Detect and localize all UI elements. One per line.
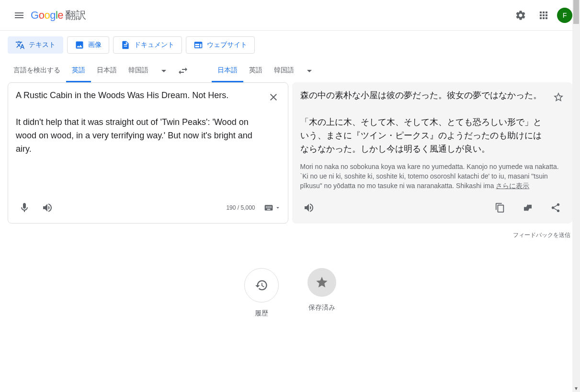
swap-icon: [177, 65, 189, 77]
image-icon: [75, 40, 84, 50]
target-lang-2[interactable]: 韓国語: [268, 59, 300, 82]
main-menu-button[interactable]: [8, 4, 31, 27]
keyboard-icon: [264, 203, 273, 213]
history-icon: [255, 279, 268, 292]
saved-label: 保存済み: [308, 303, 335, 312]
source-lang-1[interactable]: 日本語: [91, 59, 123, 82]
chevron-down-icon: [158, 65, 170, 77]
gear-icon: [515, 10, 526, 21]
tab-text-label: テキスト: [29, 41, 56, 49]
account-avatar[interactable]: F: [557, 8, 572, 23]
tab-website-label: ウェブサイト: [207, 41, 247, 49]
tab-website[interactable]: ウェブサイト: [186, 36, 255, 54]
page-scrollbar[interactable]: ▲ ▼: [572, 0, 580, 392]
target-lang-more[interactable]: [300, 61, 319, 80]
save-translation-button[interactable]: [549, 88, 568, 107]
google-logo: Google: [31, 9, 63, 22]
clear-source-button[interactable]: [264, 88, 283, 107]
chevron-down-icon: [304, 65, 315, 77]
source-lang-2[interactable]: 韓国語: [123, 59, 154, 82]
history-button[interactable]: 履歴: [244, 268, 279, 318]
logo[interactable]: Google 翻訳: [31, 8, 86, 22]
char-count: 190 / 5,000: [226, 204, 255, 211]
scroll-down-arrow[interactable]: ▼: [572, 384, 580, 392]
source-lang-0[interactable]: 英語: [66, 59, 91, 82]
share-icon: [550, 202, 561, 213]
translation-panes: A Rustic Cabin in the Woods Was His Drea…: [0, 82, 580, 231]
document-icon: [121, 40, 130, 50]
romanization: Mori no naka no sobokuna koya wa kare no…: [293, 162, 572, 195]
dropdown-icon: [274, 204, 281, 211]
app-name: 翻訳: [65, 8, 86, 22]
source-lang-more[interactable]: [154, 61, 173, 80]
apps-grid-icon: [538, 10, 549, 21]
speaker-icon: [42, 202, 53, 213]
tab-image-label: 画像: [88, 41, 102, 49]
listen-source-button[interactable]: [38, 198, 57, 217]
tab-document[interactable]: ドキュメント: [113, 36, 182, 54]
target-text-output: 森の中の素朴な小屋は彼の夢だった。彼女の夢ではなかった。 「木の上に木、そして木…: [293, 83, 572, 162]
scroll-thumb[interactable]: [573, 0, 579, 24]
history-label: 履歴: [255, 309, 268, 318]
star-outline-icon: [553, 91, 564, 103]
close-icon: [268, 91, 279, 103]
show-more-romanization[interactable]: さらに表示: [496, 182, 529, 190]
target-lang-group: 日本語 英語 韓国語: [212, 59, 319, 82]
target-pane: 森の中の素朴な小屋は彼の夢だった。彼女の夢ではなかった。 「木の上に木、そして木…: [292, 82, 573, 224]
mic-button[interactable]: [15, 198, 34, 217]
language-bar: 言語を検出する 英語 日本語 韓国語 日本語 英語 韓国語: [0, 59, 580, 82]
translate-icon: [15, 40, 25, 50]
star-icon: [315, 276, 329, 289]
app-header: Google 翻訳 F: [0, 0, 580, 31]
bottom-actions: 履歴 保存済み: [0, 268, 580, 318]
thumbs-icon: [523, 202, 533, 213]
listen-target-button[interactable]: [299, 198, 318, 217]
target-lang-1[interactable]: 英語: [243, 59, 268, 82]
source-text-input[interactable]: A Rustic Cabin in the Woods Was His Drea…: [8, 83, 288, 195]
speaker-icon: [303, 202, 315, 213]
source-lang-detect[interactable]: 言語を検出する: [8, 59, 66, 82]
saved-button[interactable]: 保存済み: [307, 268, 336, 318]
target-lang-0[interactable]: 日本語: [212, 59, 243, 82]
source-pane: A Rustic Cabin in the Woods Was His Drea…: [8, 82, 288, 224]
input-type-tabs: テキスト 画像 ドキュメント ウェブサイト: [0, 31, 580, 59]
source-lang-group: 言語を検出する 英語 日本語 韓国語: [8, 59, 173, 82]
tab-image[interactable]: 画像: [67, 36, 109, 54]
swap-languages-button[interactable]: [173, 61, 193, 80]
copy-icon: [495, 202, 505, 213]
hamburger-icon: [13, 10, 25, 21]
copy-button[interactable]: [490, 198, 510, 217]
apps-button[interactable]: [534, 6, 553, 25]
send-feedback-link[interactable]: フィードバックを送信: [0, 231, 580, 239]
website-icon: [193, 40, 203, 50]
rate-translation-button[interactable]: [518, 198, 537, 217]
mic-icon: [19, 202, 30, 213]
settings-button[interactable]: [511, 6, 530, 25]
keyboard-button[interactable]: [264, 203, 281, 213]
share-button[interactable]: [546, 198, 565, 217]
tab-document-label: ドキュメント: [134, 41, 174, 49]
tab-text[interactable]: テキスト: [8, 36, 63, 54]
